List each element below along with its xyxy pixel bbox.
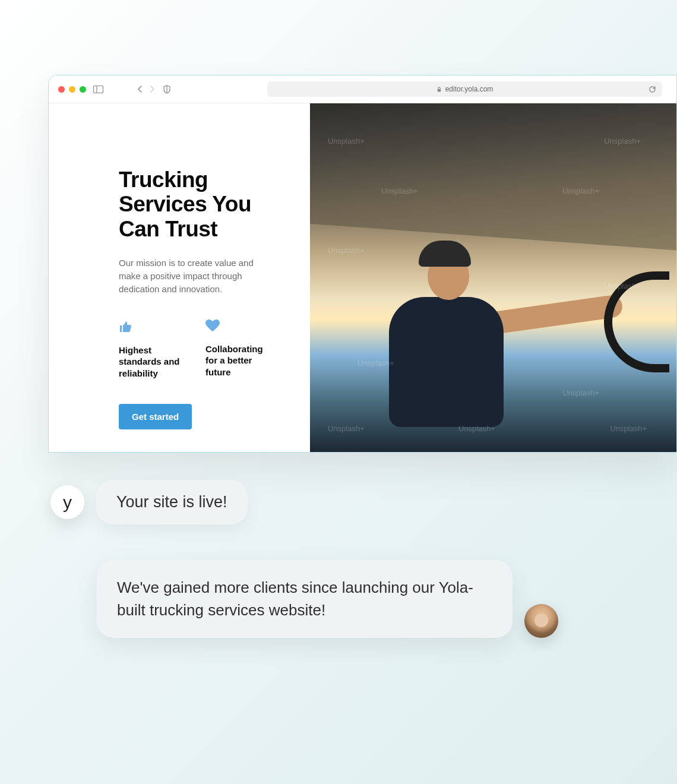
brand-avatar: y: [50, 485, 84, 519]
minimize-window-icon[interactable]: [69, 86, 75, 93]
thumbs-up-icon: [119, 320, 190, 335]
watermark: Unsplash+: [358, 359, 394, 368]
feature-label: Highest standards and reliability: [119, 344, 190, 380]
feature-item: Collaborating for a better future: [205, 320, 277, 380]
user-avatar: [524, 604, 558, 638]
refresh-icon[interactable]: [648, 86, 656, 93]
watermark: Unsplash+: [328, 424, 365, 433]
maximize-window-icon[interactable]: [80, 86, 86, 93]
forward-icon[interactable]: [148, 85, 156, 93]
page-subtitle: Our mission is to create value and make …: [119, 257, 273, 295]
watermark: Unsplash+: [458, 424, 495, 433]
privacy-shield-icon[interactable]: [163, 85, 171, 94]
svg-rect-2: [437, 89, 440, 92]
window-controls: [58, 86, 86, 93]
close-window-icon[interactable]: [58, 86, 65, 93]
browser-mockup: editor.yola.com Trucking Services You Ca…: [48, 75, 677, 453]
watermark: Unsplash+: [604, 137, 641, 146]
watermark: Unsplash+: [610, 424, 647, 433]
page-title: Trucking Services You Can Trust: [119, 167, 286, 241]
watermark: Unsplash+: [328, 246, 365, 255]
chat-bubble-user: We've gained more clients since launchin…: [97, 560, 513, 638]
sidebar-toggle-icon[interactable]: [93, 86, 103, 93]
feature-label: Collaborating for a better future: [205, 343, 277, 378]
chat-area: y Your site is live! We've gained more c…: [50, 480, 621, 638]
chat-bubble-system: Your site is live!: [96, 480, 248, 524]
url-bar[interactable]: editor.yola.com: [267, 81, 662, 97]
hero-copy: Trucking Services You Can Trust Our miss…: [49, 103, 310, 453]
browser-chrome: editor.yola.com: [49, 75, 676, 103]
feature-item: Highest standards and reliability: [119, 320, 190, 380]
watermark: Unsplash+: [381, 186, 418, 195]
svg-rect-0: [94, 86, 103, 93]
site-preview: Trucking Services You Can Trust Our miss…: [49, 103, 676, 453]
heart-icon: [205, 320, 277, 334]
watermark: Unsplash+: [604, 282, 641, 290]
watermark: Unsplash+: [562, 186, 599, 195]
hero-image: Unsplash+ Unsplash+ Unsplash+ Unsplash+ …: [310, 103, 676, 453]
url-text: editor.yola.com: [445, 85, 493, 93]
watermark: Unsplash+: [328, 137, 365, 146]
get-started-button[interactable]: Get started: [119, 404, 192, 429]
brand-avatar-letter: y: [63, 492, 72, 513]
lock-icon: [436, 87, 442, 92]
watermark: Unsplash+: [562, 388, 599, 397]
back-icon[interactable]: [137, 85, 144, 93]
